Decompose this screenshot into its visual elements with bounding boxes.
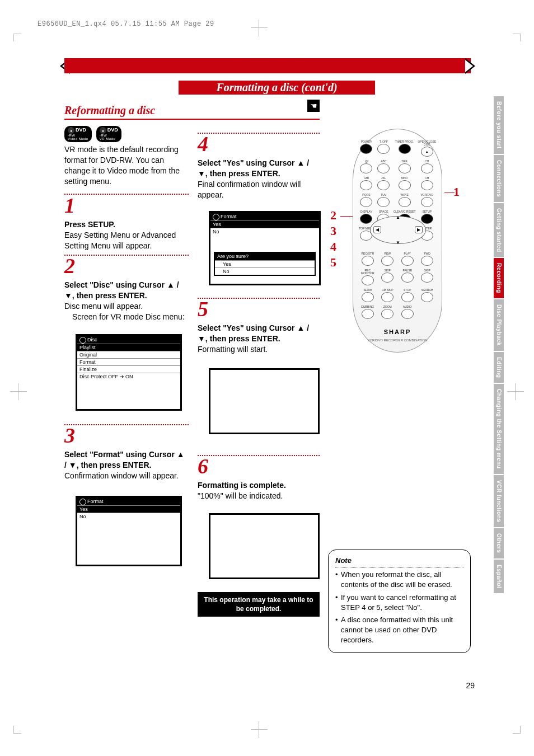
note-heading: Note	[335, 556, 463, 566]
register-mark	[251, 721, 268, 738]
side-tab: Changing the Setting menu	[494, 384, 504, 474]
hand-pointer-icon: ☚	[307, 100, 320, 112]
step2-body2: Screen for VR mode Disc menu:	[64, 312, 189, 322]
callout-5: 5	[330, 256, 336, 269]
chevron-right-icon	[465, 58, 475, 74]
side-tab: Recording	[494, 258, 504, 298]
menu-row: Format	[77, 358, 180, 365]
side-tab: Connections	[494, 155, 504, 202]
subchapter-title: Formatting a disc (cont'd)	[179, 81, 375, 95]
step-number: 2	[64, 254, 75, 278]
step-number: 4	[198, 132, 208, 156]
menu-row: Disc Protect OFF ➔ ON	[77, 373, 180, 380]
menu-row: No	[77, 513, 180, 520]
step5-heading: Select "Yes" using Cursor ▲ / ▼, then pr…	[198, 323, 320, 344]
menu-row: Yes	[77, 505, 180, 513]
callout-4: 4	[330, 241, 336, 253]
side-tab: Disc Playback	[494, 299, 504, 351]
note-box: Note When you reformat the disc, all con…	[328, 550, 471, 653]
note-item: If you want to cancel reformatting at ST…	[335, 593, 463, 613]
step3-body: Confirmation window will appear.	[64, 471, 189, 481]
crop-mark	[513, 34, 521, 41]
step4-body: Final confirmation window will appear.	[198, 179, 320, 200]
format-menu2-screen: Format Yes No Are you sure? Yes No	[209, 211, 321, 285]
side-tab: Editing	[494, 352, 504, 383]
step6-body: "100%" will be indicated.	[198, 491, 320, 501]
side-tabs: Before you startConnectionsGetting start…	[494, 96, 504, 594]
crop-mark	[13, 726, 21, 734]
section-heading: Reformatting a disc	[64, 104, 189, 116]
menu-row: Finalize	[77, 365, 180, 373]
progress-screen-100: Formatting 100%	[209, 513, 320, 579]
step2-heading: Select "Disc" using Cursor ▲ / ▼, then p…	[64, 280, 189, 301]
dvd-rw-vr-badge: ●DVD-RWVR Mode	[96, 126, 121, 142]
side-tab: VCR functions	[494, 475, 504, 527]
disc-menu-screen: Disc Playlist Original Format Finalize D…	[76, 334, 182, 411]
step1-body: Easy Setting Menu or Advanced Setting Me…	[64, 230, 189, 251]
remote-illustration: POWERT. OFFTIMER PROG.OPEN/CLOSE DISC▲.@…	[353, 129, 442, 353]
register-mark	[10, 383, 27, 400]
page-info-header: E9656UD_EN_1.qx4 05.7.15 11:55 AM Page 2…	[38, 21, 214, 27]
progress-screen-90: Formatting 90%	[209, 368, 320, 434]
register-mark	[251, 20, 268, 36]
step1-heading: Press SETUP.	[64, 219, 189, 230]
note-item: When you reformat the disc, all contents…	[335, 570, 463, 590]
step4-heading: Select "Yes" using Cursor ▲ / ▼, then pr…	[198, 158, 320, 179]
format-menu1-screen: Format Yes No	[76, 496, 182, 566]
step-number: 6	[198, 454, 208, 478]
step-number: 5	[198, 297, 208, 321]
dvd-rw-video-badge: ●DVD-RWVideo Mode	[64, 126, 92, 142]
step3-heading: Select "Format" using Cursor ▲ / ▼, then…	[64, 449, 189, 471]
callout-3: 3	[330, 225, 336, 237]
step5-body: Formatting will start.	[198, 344, 320, 355]
step6-heading: Formatting is complete.	[198, 480, 320, 491]
page-number: 29	[466, 681, 475, 690]
step2-body1: Disc menu will appear.	[64, 301, 189, 312]
crop-mark	[513, 726, 521, 734]
side-tab: Others	[494, 528, 504, 558]
step-number: 3	[64, 424, 75, 447]
intro-text: VR mode is the default recording format …	[64, 144, 189, 187]
menu-row: Original	[77, 351, 180, 358]
menu-row: Playlist	[77, 344, 180, 351]
callout-1: 1	[453, 186, 460, 198]
step-number: 1	[64, 194, 75, 217]
side-tab: Getting started	[494, 203, 504, 257]
remote-brand-sub: VCR/DVD RECORDER COMBINATION	[353, 339, 442, 342]
remote-brand: SHARP	[353, 329, 442, 335]
side-tab: Before you start	[494, 96, 504, 154]
callout-2: 2	[330, 209, 336, 222]
crop-mark	[13, 34, 21, 41]
note-item: A disc once formatted with this unit can…	[335, 615, 463, 646]
chapter-title: Recording	[64, 56, 471, 73]
register-mark	[507, 383, 524, 400]
side-tab: Español	[494, 560, 504, 593]
warning-bar: This operation may take a while to be co…	[198, 592, 320, 617]
